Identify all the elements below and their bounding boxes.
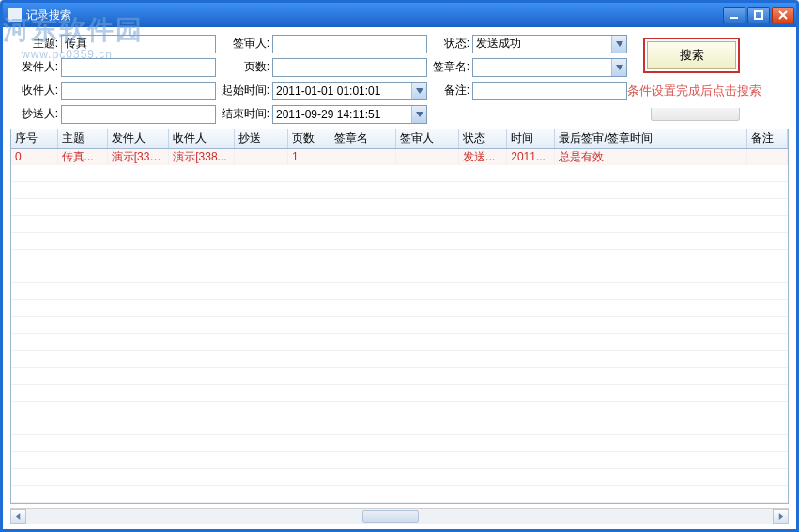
svg-rect-1 [755, 11, 762, 19]
approver-input[interactable] [272, 35, 427, 53]
scroll-thumb[interactable] [362, 510, 419, 523]
col-subject[interactable]: 主题 [57, 129, 107, 148]
table-row[interactable]: 0传真... 演示[338...演示[338... 1 发送...2011...… [11, 148, 788, 165]
chevron-down-icon [411, 83, 426, 99]
remark-input[interactable] [472, 82, 627, 100]
receiver-input[interactable] [61, 82, 216, 100]
sealname-label: 签章名: [427, 59, 472, 75]
receiver-label: 收件人: [12, 83, 61, 99]
subject-label: 主题: [12, 36, 61, 52]
scroll-left-icon[interactable] [10, 509, 26, 524]
app-icon [8, 8, 22, 22]
col-pages[interactable]: 页数 [288, 129, 330, 148]
col-time[interactable]: 时间 [507, 129, 555, 148]
title-bar: 记录搜索 [3, 3, 796, 27]
end-time-picker[interactable]: 2011-09-29 14:11:51 [272, 105, 427, 124]
grid-header: 序号 主题 发件人 收件人 抄送 页数 签章名 签审人 状态 时间 最后签审/签… [11, 129, 788, 148]
approver-label: 签审人: [216, 36, 272, 52]
sender-label: 发件人: [12, 59, 61, 75]
start-time-picker[interactable]: 2011-01-01 01:01:01 [272, 82, 427, 100]
pages-label: 页数: [216, 59, 272, 75]
col-cc[interactable]: 抄送 [234, 129, 287, 148]
col-status[interactable]: 状态 [459, 129, 507, 148]
maximize-button[interactable] [747, 7, 770, 23]
scroll-right-icon[interactable] [773, 509, 789, 524]
end-time-label: 结束时间: [216, 106, 272, 122]
minimize-button[interactable] [723, 7, 745, 23]
col-sealname[interactable]: 签章名 [330, 129, 396, 148]
secondary-button[interactable] [627, 108, 740, 121]
chevron-down-icon [611, 36, 626, 53]
hint-text: 条件设置完成后点击搜索 [627, 83, 740, 99]
window-title: 记录搜索 [26, 8, 723, 23]
results-grid: 序号 主题 发件人 收件人 抄送 页数 签章名 签审人 状态 时间 最后签审/签… [10, 129, 789, 504]
scroll-track[interactable] [26, 509, 773, 524]
search-button-highlight: 搜索 [643, 38, 740, 73]
col-receiver[interactable]: 收件人 [169, 129, 235, 148]
status-label: 状态: [427, 36, 472, 52]
col-remark[interactable]: 备注 [746, 129, 787, 148]
col-lasttime[interactable]: 最后签审/签章时间 [555, 129, 747, 148]
start-time-label: 起始时间: [216, 83, 272, 99]
cc-label: 抄送人: [12, 106, 61, 122]
col-approver[interactable]: 签审人 [395, 129, 459, 148]
chevron-down-icon [611, 59, 626, 76]
sender-input[interactable] [61, 58, 216, 77]
search-form: 主题: 签审人: 状态: 发送成功 搜索 发件人: 页数: 签章名: 收件人: … [3, 27, 796, 129]
horizontal-scrollbar[interactable] [10, 508, 789, 524]
grid-empty-area [11, 165, 788, 503]
pages-input[interactable] [272, 58, 427, 77]
col-index[interactable]: 序号 [11, 129, 57, 148]
search-button[interactable]: 搜索 [647, 41, 736, 69]
window: 记录搜索 河东软件园 www.pc0359.cn 主题: 签审人: 状态: 发送… [0, 0, 799, 532]
remark-label: 备注: [427, 83, 472, 99]
chevron-down-icon [411, 106, 426, 123]
col-sender[interactable]: 发件人 [107, 129, 168, 148]
sealname-combo[interactable] [472, 58, 627, 77]
close-button[interactable] [772, 7, 794, 23]
cc-input[interactable] [61, 105, 216, 124]
grid-body: 0传真... 演示[338...演示[338... 1 发送...2011...… [11, 148, 788, 165]
status-combo[interactable]: 发送成功 [472, 35, 627, 53]
subject-input[interactable] [61, 35, 216, 53]
